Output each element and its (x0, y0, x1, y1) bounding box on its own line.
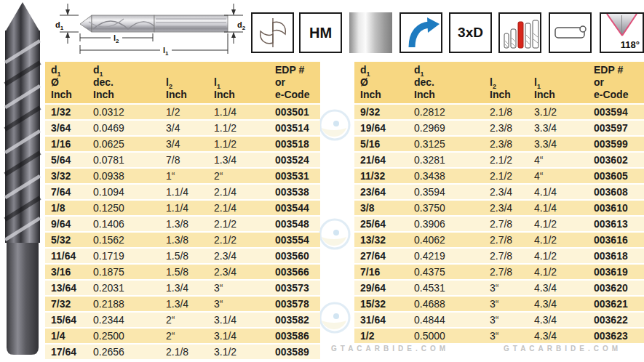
table-cell: 3.3/4 (528, 122, 588, 134)
table-cell: 3/4 (160, 122, 208, 134)
table-body: 9/320.28122.1/83.1/200359419/640.29692.3… (354, 105, 644, 343)
table-cell: 2“ (160, 330, 208, 342)
table-cell: 003597 (588, 122, 644, 134)
table-cell: 3“ (208, 282, 269, 294)
table-row: 31/640.48443“4.3/4003622 (354, 313, 644, 327)
table-cell: 1.3/4 (160, 298, 208, 310)
table-cell: 2.3/4 (208, 250, 269, 262)
table-cell: 3/64 (45, 122, 87, 134)
table-cell: 1/32 (45, 106, 87, 118)
two-flute-cross-section-icon (251, 12, 294, 53)
table-cell: 2.3/4 (484, 186, 528, 198)
table-cell: 003560 (269, 250, 320, 262)
table-row: 1/80.12501.1/42.1/4003544 (45, 201, 320, 215)
table-cell: 2.1/2 (484, 154, 528, 166)
table-cell: 0.4688 (408, 298, 484, 310)
table-cell: 5/16 (354, 138, 408, 150)
table-cell: 0.1562 (87, 234, 160, 246)
table-row: 3/80.37502.3/44.1/4003610 (354, 201, 644, 215)
table-cell: 1.1/4 (208, 106, 269, 118)
label-d1: d1 (55, 20, 64, 31)
column-header-l1: l1 Inch (208, 64, 269, 103)
table-cell: 4.1/4 (528, 202, 588, 214)
table-row: 9/640.14061.3/82.1/2003548 (45, 217, 320, 231)
table-row: 1/40.25002“3.1/4003586 (45, 329, 320, 343)
table-row: 19/640.29692.3/83.3/4003597 (354, 121, 644, 135)
table-cell: 4“ (528, 154, 588, 166)
table-cell: 0.2500 (87, 330, 160, 342)
table-cell: 003538 (269, 186, 320, 198)
table-cell: 27/64 (354, 250, 408, 262)
table-cell: 1/4 (45, 330, 87, 342)
table-cell: 3/16 (45, 266, 87, 278)
size-table-right: d1 Ø Inch d1 dec. Inch l2 Inch l1 Inch E… (354, 62, 644, 345)
diameter-range-icon (498, 12, 541, 53)
table-cell: 3“ (484, 282, 528, 294)
table-cell: 5/64 (45, 154, 87, 166)
table-cell: 0.5000 (408, 330, 484, 342)
table-cell: 0.4844 (408, 314, 484, 326)
table-cell: 4.3/4 (528, 282, 588, 294)
table-cell: 4.3/4 (528, 298, 588, 310)
table-cell: 0.0469 (87, 122, 160, 134)
table-row: 7/640.10941.1/42.1/4003538 (45, 185, 320, 199)
table-cell: 0.2812 (408, 106, 484, 118)
column-header-l2: l2 Inch (160, 64, 208, 103)
table-cell: 0.3750 (408, 202, 484, 214)
table-cell: 003620 (588, 282, 644, 294)
plain-shank-icon (549, 12, 592, 53)
table-cell: 1/16 (45, 138, 87, 150)
table-row: 11/640.17191.5/82.3/4003560 (45, 249, 320, 263)
table-cell: 15/32 (354, 298, 408, 310)
table-row: 17/640.26562.1/83.1/2003589 (45, 345, 320, 359)
watermark-text: GTACARBIDE.COM (504, 345, 621, 353)
table-cell: 1/2 (354, 330, 408, 342)
table-cell: 3/4 (160, 138, 208, 150)
table-cell: 4.1/2 (528, 266, 588, 278)
table-cell: 0.2031 (87, 282, 160, 294)
table-cell: 2“ (160, 314, 208, 326)
table-cell: 003501 (269, 106, 320, 118)
table-cell: 1“ (160, 170, 208, 182)
table-cell: 003619 (588, 266, 644, 278)
table-cell: 003602 (588, 154, 644, 166)
table-cell: 15/64 (45, 314, 87, 326)
table-cell: 2.7/8 (484, 266, 528, 278)
table-cell: 7/32 (45, 298, 87, 310)
table-cell: 003599 (588, 138, 644, 150)
table-cell: 0.4062 (408, 234, 484, 246)
table-cell: 7/8 (160, 154, 208, 166)
table-cell: 2.3/4 (208, 266, 269, 278)
table-cell: 0.3125 (408, 138, 484, 150)
table-cell: 0.1875 (87, 266, 160, 278)
table-row: 1/320.03121/21.1/4003501 (45, 105, 320, 119)
drawing-tip (80, 15, 92, 32)
table-row: 9/320.28122.1/83.1/2003594 (354, 105, 644, 119)
table-row: 1/20.50003“4.3/4003623 (354, 329, 644, 343)
table-cell: 003589 (269, 346, 320, 358)
table-cell: 11/64 (45, 250, 87, 262)
table-cell: 0.2188 (87, 298, 160, 310)
globe-watermark (319, 302, 351, 334)
table-row: 5/640.07817/81.3/4003524 (45, 153, 320, 167)
table-header: d1 Ø Inch d1 dec. Inch l2 Inch l1 Inch E… (354, 62, 644, 103)
point-angle-label: 118° (621, 39, 640, 50)
table-row: 27/640.42192.7/84.1/2003618 (354, 249, 644, 263)
column-header-d1-decimal: d1 dec. Inch (408, 64, 484, 103)
3xd-ratio-icon: 3xD (449, 12, 492, 53)
table-cell: 4.1/2 (528, 218, 588, 230)
table-cell: 13/64 (45, 282, 87, 294)
table-cell: 25/64 (354, 218, 408, 230)
table-cell: 2.3/8 (484, 138, 528, 150)
table-cell: 003566 (269, 266, 320, 278)
right-hand-spiral-icon (399, 12, 442, 53)
table-cell: 2.1/2 (208, 234, 269, 246)
table-cell: 29/64 (354, 282, 408, 294)
table-cell: 7/16 (354, 266, 408, 278)
globe-watermark (319, 218, 351, 250)
table-cell: 2.1/2 (484, 170, 528, 182)
size-table-left: d1 Ø Inch d1 dec. Inch l2 Inch l1 Inch E… (45, 62, 320, 361)
table-cell: 0.3594 (408, 186, 484, 198)
hm-material-icon: HM (299, 12, 342, 53)
table-row: 23/640.35942.3/44.1/4003608 (354, 185, 644, 199)
